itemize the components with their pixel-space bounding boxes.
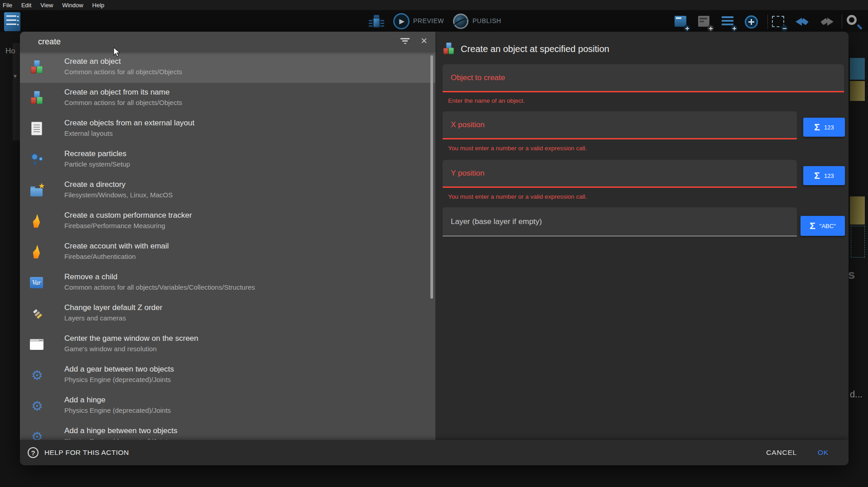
menu-window[interactable]: Window xyxy=(62,2,83,9)
chevron-down-icon[interactable]: ▼ xyxy=(13,73,18,79)
result-row[interactable]: Change layer default Z order Layers and … xyxy=(20,298,435,329)
gear-icon: ⚙ xyxy=(30,368,44,382)
remove-selection-icon[interactable] xyxy=(771,14,787,30)
result-subtitle: Common actions for all objects/Objects xyxy=(64,67,182,77)
result-row[interactable]: Create a custom performance tracker Fire… xyxy=(20,206,435,237)
result-subtitle: Firebase/Authentication xyxy=(64,252,169,262)
result-title: Create account with with email xyxy=(64,241,169,252)
add-circle-icon[interactable] xyxy=(743,14,760,30)
sigma-icon: Σ xyxy=(810,220,815,231)
gear-icon: ⚙ xyxy=(30,399,44,413)
result-subtitle: Firebase/Performance Measuring xyxy=(64,221,192,231)
field-error-text: You must enter a number or a valid expre… xyxy=(448,145,587,152)
add-group-icon[interactable] xyxy=(697,14,713,30)
result-title: Recreate particles xyxy=(64,148,130,159)
result-title: Create a directory xyxy=(64,179,173,190)
folder-star-icon: ★ xyxy=(30,183,44,198)
play-glyph: ▶ xyxy=(399,17,405,25)
menu-view[interactable]: View xyxy=(40,2,53,9)
expression-editor-button[interactable]: Σ "ABC" xyxy=(800,216,845,236)
home-tab-fragment: Ho xyxy=(5,47,15,56)
result-subtitle: Layers and cameras xyxy=(64,313,162,323)
bug-legs xyxy=(381,19,384,27)
result-row[interactable]: ★ Create a directory Filesystem/Windows,… xyxy=(20,175,435,206)
publish-button[interactable]: PUBLISH xyxy=(473,17,501,24)
menu-edit[interactable]: Edit xyxy=(21,2,31,9)
result-subtitle: Physics Engine (deprecated)/Joints xyxy=(64,436,178,440)
result-subtitle: External layouts xyxy=(64,129,194,138)
expression-type: 123 xyxy=(824,172,834,179)
result-title: Create a custom performance tracker xyxy=(64,210,192,221)
project-manager-icon[interactable] xyxy=(4,12,20,31)
particles-icon xyxy=(30,153,44,167)
result-subtitle: Common actions for all objects/Objects xyxy=(64,98,182,108)
background-fragment xyxy=(850,81,865,101)
add-object-icon[interactable] xyxy=(673,14,690,30)
search-panel: × Create an object Common actions for al… xyxy=(20,32,435,440)
result-row[interactable]: Create account with with email Firebase/… xyxy=(20,237,435,267)
instruction-editor-dialog: × Create an object Common actions for al… xyxy=(20,32,849,465)
field-helper-text: Enter the name of an object. xyxy=(448,97,525,104)
result-row[interactable]: Recreate particles Particle system/Setup xyxy=(20,144,435,175)
search-icon[interactable] xyxy=(845,14,862,30)
result-row[interactable]: ⚙ Add a hinge Physics Engine (deprecated… xyxy=(20,391,435,421)
debug-icon[interactable] xyxy=(369,14,384,30)
dialog-footer: ? HELP FOR THIS ACTION CANCEL OK xyxy=(20,440,849,465)
menu-bar: File Edit View Window Help xyxy=(0,0,868,10)
menu-file[interactable]: File xyxy=(3,2,12,9)
objects-icon xyxy=(30,60,44,75)
scrollbar[interactable] xyxy=(430,55,433,299)
menu-help[interactable]: Help xyxy=(92,2,105,9)
toolbar-separator xyxy=(842,14,842,29)
result-row[interactable]: ⚙ Add a hinge between two objects Physic… xyxy=(20,421,435,440)
firebase-flame-icon xyxy=(30,214,44,229)
ok-button[interactable]: OK xyxy=(818,449,829,457)
search-results-list: Create an object Common actions for all … xyxy=(20,52,435,440)
preview-play-icon[interactable]: ▶ xyxy=(393,13,410,29)
result-title: Add a hinge between two objects xyxy=(64,425,178,436)
field-label: X position xyxy=(451,120,485,129)
filter-icon[interactable] xyxy=(400,38,410,46)
field-label: Y position xyxy=(451,169,484,178)
result-title: Create an object xyxy=(64,56,182,67)
expression-editor-button[interactable]: Σ 123 xyxy=(803,166,845,185)
publish-globe-icon[interactable] xyxy=(453,14,468,29)
objects-icon xyxy=(30,91,44,105)
search-header: × xyxy=(20,32,435,52)
result-row[interactable]: Var Remove a child Common actions for al… xyxy=(20,267,435,298)
preview-button[interactable]: PREVIEW xyxy=(413,17,444,24)
result-row[interactable]: Center the game window on the screen Gam… xyxy=(20,329,435,360)
background-fragment xyxy=(850,196,865,224)
background-selection-fragment xyxy=(851,226,865,258)
result-title: Add a hinge xyxy=(64,395,171,406)
search-input[interactable] xyxy=(38,32,346,52)
result-row[interactable]: ⚙ Add a gear between two objects Physics… xyxy=(20,360,435,391)
sigma-icon: Σ xyxy=(814,122,820,133)
result-row[interactable]: Create an object from its name Common ac… xyxy=(20,83,435,114)
add-comment-icon[interactable] xyxy=(720,14,737,30)
result-title: Remove a child xyxy=(64,272,255,282)
expression-editor-button[interactable]: Σ 123 xyxy=(803,118,845,137)
mouse-cursor xyxy=(113,47,121,57)
y-position-field[interactable]: Y position xyxy=(443,160,797,188)
background-text-fragment: s xyxy=(848,268,855,282)
firebase-flame-icon xyxy=(30,245,44,259)
bug-legs xyxy=(369,19,372,27)
help-button[interactable]: ? HELP FOR THIS ACTION xyxy=(28,447,129,458)
cancel-button[interactable]: CANCEL xyxy=(766,449,797,457)
action-title: Create an object at specified position xyxy=(461,44,609,54)
layer-field[interactable]: Layer (base layer if empty) xyxy=(443,207,797,236)
x-position-field[interactable]: X position xyxy=(443,111,797,139)
result-title: Create an object from its name xyxy=(64,87,182,98)
undo-icon[interactable] xyxy=(795,14,811,30)
redo-icon[interactable] xyxy=(818,14,834,30)
close-icon[interactable]: × xyxy=(421,34,427,47)
object-to-create-field[interactable]: Object to create xyxy=(443,64,844,92)
result-row[interactable]: Create objects from an external layout E… xyxy=(20,114,435,144)
result-subtitle: Filesystem/Windows, Linux, MacOS xyxy=(64,190,173,200)
document-icon xyxy=(30,122,44,136)
star-glyph: ★ xyxy=(39,181,45,190)
result-subtitle: Common actions for all objects/Variables… xyxy=(64,282,255,292)
result-row[interactable]: Create an object Common actions for all … xyxy=(20,52,435,83)
toolbar-separator xyxy=(767,14,768,29)
